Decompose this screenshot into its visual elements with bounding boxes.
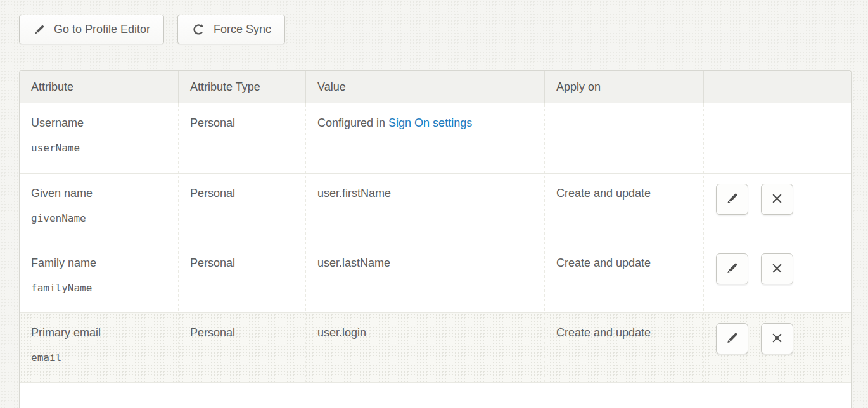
value-cell: Configured in Sign On settings	[305, 103, 544, 173]
attribute-cell: Given name givenName	[20, 174, 178, 243]
attribute-type-cell: Personal	[178, 103, 305, 173]
attribute-label: Family name	[31, 257, 170, 270]
table-row: Username userName Personal Configured in…	[20, 103, 851, 173]
attribute-cell: Primary email email	[20, 313, 178, 382]
attribute-label: Username	[31, 117, 170, 130]
attribute-cell: Family name familyName	[20, 243, 178, 312]
apply-on-cell	[544, 103, 703, 173]
column-header-value: Value	[305, 71, 544, 103]
edit-attribute-button[interactable]	[716, 323, 748, 354]
table-row: Primary email email Personal user.login …	[20, 312, 851, 382]
attribute-type-cell: Personal	[178, 174, 305, 243]
toolbar: Go to Profile Editor Force Sync	[0, 0, 868, 44]
apply-on-cell: Create and update	[544, 313, 703, 382]
actions-cell	[703, 174, 851, 243]
button-label: Go to Profile Editor	[54, 23, 150, 36]
table-row: Family name familyName Personal user.las…	[20, 243, 851, 312]
delete-x-icon	[770, 191, 784, 208]
column-header-attribute-type: Attribute Type	[178, 71, 305, 103]
attribute-label: Given name	[31, 187, 170, 200]
table-row: Given name givenName Personal user.first…	[20, 173, 851, 243]
attribute-type-cell: Personal	[178, 313, 305, 382]
actions-cell	[703, 243, 851, 312]
edit-attribute-button[interactable]	[716, 184, 748, 215]
delete-attribute-button[interactable]	[761, 253, 793, 284]
attribute-type-cell: Personal	[178, 243, 305, 312]
attribute-label: Primary email	[31, 326, 170, 340]
edit-attribute-button[interactable]	[716, 253, 748, 284]
value-cell: user.login	[305, 313, 544, 382]
column-header-apply-on: Apply on	[544, 71, 703, 103]
delete-x-icon	[770, 261, 784, 277]
delete-attribute-button[interactable]	[761, 323, 793, 354]
edit-pencil-icon	[724, 329, 741, 348]
pencil-icon	[33, 23, 46, 36]
attribute-variable-name: email	[31, 352, 170, 364]
edit-pencil-icon	[724, 190, 741, 208]
column-header-attribute: Attribute	[20, 71, 178, 103]
actions-cell	[703, 103, 851, 173]
value-cell: user.lastName	[305, 243, 544, 312]
empty-table-row	[20, 382, 851, 408]
sign-on-settings-link[interactable]: Sign On settings	[388, 117, 472, 129]
button-label: Force Sync	[214, 23, 271, 36]
apply-on-cell: Create and update	[544, 243, 703, 312]
attribute-cell: Username userName	[20, 103, 178, 173]
value-cell: user.firstName	[305, 174, 544, 243]
table-header-row: Attribute Attribute Type Value Apply on	[20, 71, 851, 103]
delete-x-icon	[770, 331, 784, 347]
edit-pencil-icon	[724, 260, 741, 278]
column-header-actions	[703, 71, 851, 103]
attribute-mappings-page: { "colors": { "link_blue": "#1b7dc1", "t…	[0, 0, 868, 408]
attribute-variable-name: userName	[31, 142, 170, 154]
go-to-profile-editor-button[interactable]: Go to Profile Editor	[19, 15, 164, 44]
attribute-variable-name: familyName	[31, 282, 170, 294]
value-text: Configured in	[317, 117, 388, 129]
delete-attribute-button[interactable]	[761, 184, 793, 215]
attribute-mappings-table: Attribute Attribute Type Value Apply on …	[19, 70, 852, 408]
refresh-icon	[191, 22, 206, 37]
force-sync-button[interactable]: Force Sync	[177, 15, 285, 44]
attribute-variable-name: givenName	[31, 212, 170, 224]
actions-cell	[703, 313, 851, 382]
apply-on-cell: Create and update	[544, 174, 703, 243]
